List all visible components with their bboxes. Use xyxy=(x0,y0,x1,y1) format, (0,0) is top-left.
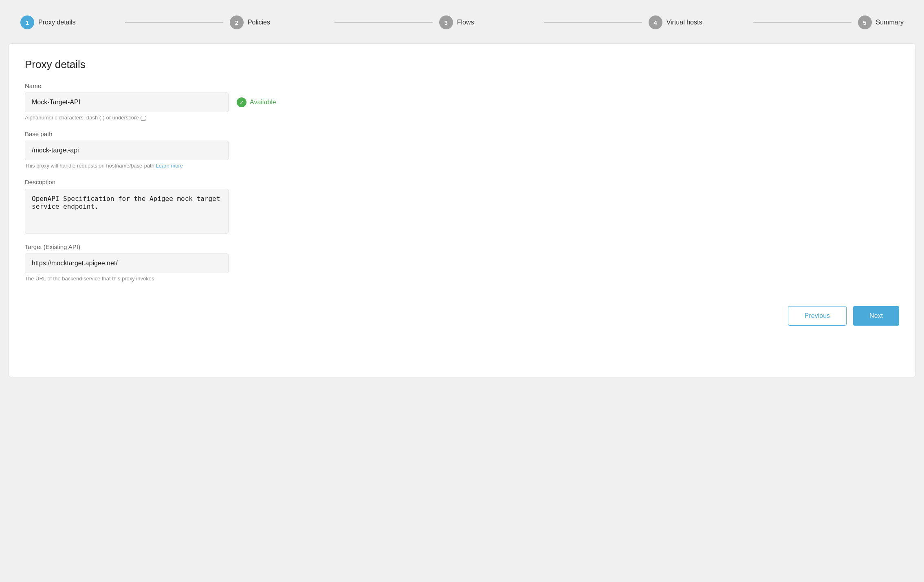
name-label: Name xyxy=(25,82,899,89)
description-label: Description xyxy=(25,179,899,185)
step-label-5: Summary xyxy=(876,19,904,26)
base-path-input[interactable] xyxy=(25,141,229,160)
next-button[interactable]: Next xyxy=(853,306,899,326)
step-circle-3: 3 xyxy=(439,15,453,29)
step-label-4: Virtual hosts xyxy=(667,19,702,26)
step-2[interactable]: 2Policies xyxy=(230,15,328,29)
name-field-group: Name ✓ Available Alphanumeric characters… xyxy=(25,82,899,121)
step-label-1: Proxy details xyxy=(38,19,76,26)
name-row: ✓ Available xyxy=(25,93,899,112)
step-circle-1: 1 xyxy=(20,15,34,29)
page-title: Proxy details xyxy=(25,58,899,71)
target-label: Target (Existing API) xyxy=(25,243,899,250)
step-label-2: Policies xyxy=(248,19,270,26)
available-badge: ✓ Available xyxy=(237,97,276,107)
available-text: Available xyxy=(250,99,276,106)
step-3[interactable]: 3Flows xyxy=(439,15,537,29)
step-5[interactable]: 5Summary xyxy=(858,15,904,29)
step-circle-5: 5 xyxy=(858,15,872,29)
step-connector-4 xyxy=(753,22,851,23)
step-1[interactable]: 1Proxy details xyxy=(20,15,119,29)
check-icon: ✓ xyxy=(237,97,246,107)
previous-button[interactable]: Previous xyxy=(788,306,847,326)
step-4[interactable]: 4Virtual hosts xyxy=(649,15,747,29)
stepper: 1Proxy details2Policies3Flows4Virtual ho… xyxy=(8,8,916,37)
step-circle-4: 4 xyxy=(649,15,662,29)
step-connector-1 xyxy=(125,22,223,23)
step-circle-2: 2 xyxy=(230,15,244,29)
step-label-3: Flows xyxy=(457,19,474,26)
base-path-hint: This proxy will handle requests on hostn… xyxy=(25,163,899,169)
target-input[interactable] xyxy=(25,254,229,273)
step-connector-2 xyxy=(334,22,433,23)
button-row: Previous Next xyxy=(25,298,899,326)
base-path-label: Base path xyxy=(25,130,899,137)
description-input[interactable]: OpenAPI Specification for the Apigee moc… xyxy=(25,189,229,234)
target-hint: The URL of the backend service that this… xyxy=(25,276,899,282)
main-card: Proxy details Name ✓ Available Alphanume… xyxy=(8,43,916,377)
name-hint: Alphanumeric characters, dash (-) or und… xyxy=(25,115,899,121)
base-path-field-group: Base path This proxy will handle request… xyxy=(25,130,899,169)
step-connector-3 xyxy=(544,22,642,23)
target-field-group: Target (Existing API) The URL of the bac… xyxy=(25,243,899,282)
description-field-group: Description OpenAPI Specification for th… xyxy=(25,179,899,234)
name-input[interactable] xyxy=(25,93,229,112)
learn-more-link[interactable]: Learn more xyxy=(156,163,183,169)
